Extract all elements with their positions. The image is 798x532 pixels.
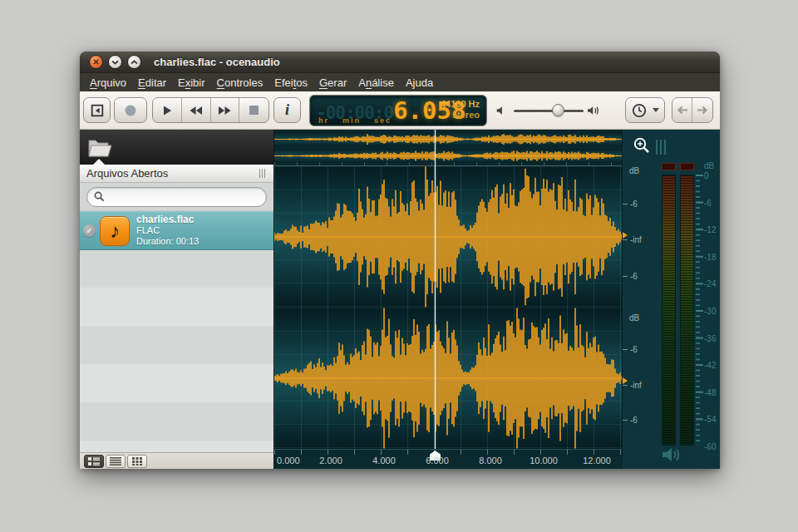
timeline-label: 10.000 (530, 456, 558, 466)
file-name: charlies.flac (136, 214, 199, 225)
playhead-cursor[interactable] (435, 166, 436, 449)
fast-forward-icon (218, 106, 232, 116)
zoom-in-icon[interactable] (633, 136, 651, 155)
menu-item-editar[interactable]: Editar (132, 75, 172, 91)
maximize-button[interactable] (127, 55, 141, 69)
wave-scale-label: -inf (630, 235, 642, 244)
panel-title: Arquivos Abertos (86, 167, 168, 180)
volume-track[interactable] (514, 110, 584, 112)
undo-back-button[interactable] (672, 98, 692, 122)
file-duration: Duration: 00:13 (136, 236, 199, 247)
overview-waveform-right (274, 149, 622, 163)
search-box[interactable] (86, 187, 267, 207)
file-list[interactable]: ✓ ♪ charlies.flac FLAC Duration: 00:13 (80, 211, 273, 452)
time-units: hrminsec (318, 116, 405, 125)
volume-slider-thumb[interactable] (552, 104, 564, 116)
meter-scale-label: -36 (704, 333, 721, 342)
meter-scale-label: -30 (704, 307, 721, 316)
file-info: charlies.flac FLAC Duration: 00:13 (136, 214, 199, 247)
minimize-button[interactable] (108, 55, 122, 69)
timeline-ruler[interactable]: 0.0002.0004.0006.0008.00010.00012.000 (274, 449, 622, 469)
sidebar-toolbar (80, 130, 273, 165)
centerline-arrow (623, 377, 628, 384)
overview-playhead[interactable] (435, 130, 436, 166)
menu-item-gerar[interactable]: Gerar (313, 75, 352, 91)
overview-strip[interactable] (274, 130, 622, 166)
waveform-left (274, 166, 622, 308)
left-channel[interactable] (274, 166, 622, 308)
window-buttons: ✕ (89, 55, 141, 69)
arrow-left-icon (677, 106, 688, 115)
right-channel[interactable] (274, 308, 622, 449)
skip-to-start-button[interactable] (83, 97, 111, 123)
close-button[interactable]: ✕ (89, 55, 103, 69)
view-list-button[interactable] (106, 455, 126, 468)
open-folder-icon[interactable] (86, 135, 115, 160)
stop-button[interactable] (239, 98, 268, 122)
waveform-view[interactable] (274, 166, 622, 449)
menu-item-exibir[interactable]: Exibir (172, 75, 211, 91)
overview-waveform-left (274, 132, 622, 146)
overview-ticks (274, 162, 622, 165)
menu-item-controles[interactable]: Controles (211, 75, 269, 91)
meter-tick-scale (696, 175, 703, 446)
scale-tick (623, 239, 628, 240)
toolbar: i -00:00:06.058 hrminsec 44100 Hz stereo (80, 91, 720, 130)
list-view-icon (110, 457, 121, 466)
timeline-ticks (274, 450, 622, 455)
overview-right-channel (274, 149, 622, 163)
menu-item-arquivo[interactable]: Arquivo (84, 75, 132, 91)
details-view-icon (88, 457, 100, 466)
scale-tick (623, 276, 628, 277)
wave-scale-label: -6 (630, 272, 638, 281)
monitor-speaker-icon[interactable] (661, 446, 682, 464)
info-button[interactable]: i (273, 97, 301, 123)
app-window: ✕ charlies.flac - ocenaudio ArquivoEdita… (80, 52, 720, 469)
sample-rate: 44100 Hz (441, 99, 480, 110)
clock-icon (632, 103, 647, 118)
search-icon (94, 191, 105, 202)
main-content: Arquivos Abertos ✓ ♪ char (80, 130, 720, 469)
view-details-button[interactable] (84, 455, 104, 468)
speaker-high-icon (587, 105, 601, 116)
chevron-down-icon (111, 60, 119, 65)
panel-notch (93, 159, 105, 165)
time-format-button[interactable] (625, 97, 665, 123)
search-input[interactable] (110, 190, 259, 204)
audio-format-info: 44100 Hz stereo (441, 99, 480, 121)
menu-item-efeitos[interactable]: Efeitos (268, 75, 313, 91)
speaker-low-icon (495, 105, 507, 116)
meter-scale-label: 0 (704, 171, 721, 180)
panel-header[interactable]: Arquivos Abertos (80, 165, 273, 183)
play-button[interactable] (153, 98, 182, 122)
file-item-selected[interactable]: ✓ ♪ charlies.flac FLAC Duration: 00:13 (80, 211, 273, 250)
grip-icon[interactable] (656, 140, 667, 155)
file-format: FLAC (136, 225, 199, 236)
volume-control (494, 101, 605, 120)
waveform-area[interactable]: 0.0002.0004.0006.0008.00010.00012.000 (274, 130, 622, 469)
scale-tick (623, 420, 628, 421)
grid-view-icon (132, 457, 142, 466)
grip-icon[interactable] (259, 169, 267, 178)
time-display: -00:00:06.058 hrminsec 44100 Hz stereo (309, 95, 487, 126)
view-grid-button[interactable] (127, 455, 147, 468)
menu-item-ajuda[interactable]: Ajuda (400, 75, 439, 91)
stop-icon (249, 105, 259, 116)
rewind-button[interactable] (182, 98, 211, 122)
view-mode-bar (80, 452, 273, 469)
sidebar: Arquivos Abertos ✓ ♪ char (80, 130, 274, 469)
wave-scale-label: -6 (630, 345, 638, 354)
menu-item-análise[interactable]: Análise (352, 75, 400, 91)
arrow-right-icon (697, 106, 708, 115)
fast-forward-button[interactable] (211, 98, 240, 122)
record-button[interactable] (114, 97, 147, 123)
info-icon: i (285, 101, 289, 119)
skip-start-icon (90, 103, 105, 118)
rewind-icon (189, 106, 203, 116)
timeline-label: 4.000 (372, 456, 396, 466)
title-bar[interactable]: ✕ charlies.flac - ocenaudio (80, 52, 720, 73)
redo-forward-button[interactable] (692, 98, 712, 122)
wave-scale-label: -6 (630, 416, 638, 425)
chevron-up-icon (131, 60, 138, 65)
meter-db-header: dB (704, 161, 714, 170)
